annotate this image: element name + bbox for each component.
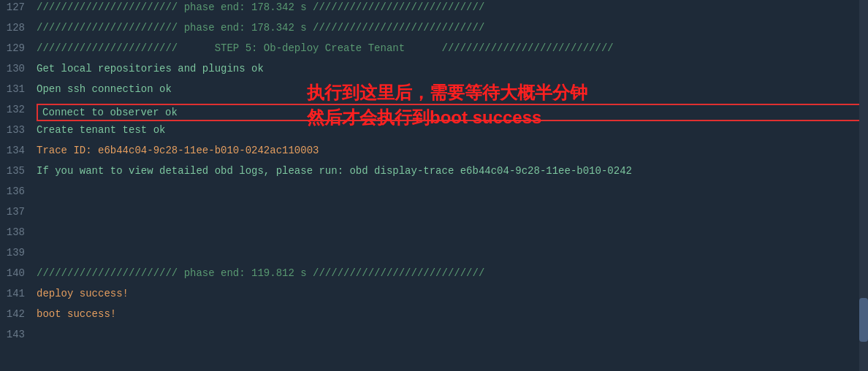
- line-content: /////////////////////// STEP 5: Ob-deplo…: [37, 42, 868, 54]
- line-content: [37, 226, 868, 238]
- line-row: 136: [0, 184, 868, 204]
- line-row: 129 /////////////////////// STEP 5: Ob-d…: [0, 41, 868, 61]
- line-row: 141 deploy success!: [0, 286, 868, 307]
- line-number: 131: [0, 83, 37, 95]
- line-content: deploy success!: [37, 288, 868, 299]
- line-content: Trace ID: e6b44c04-9c28-11ee-b010-0242ac…: [37, 145, 868, 156]
- line-number: 139: [0, 247, 37, 259]
- line-content: Get local repositories and plugins ok: [37, 63, 868, 74]
- line-row: 137: [0, 204, 868, 225]
- line-content: Open ssh connection ok: [37, 83, 868, 95]
- line-content: If you want to view detailed obd logs, p…: [37, 165, 868, 177]
- line-content: [37, 186, 868, 197]
- line-row: 130 Get local repositories and plugins o…: [0, 61, 868, 82]
- line-number: 143: [0, 329, 37, 340]
- line-number: 140: [0, 267, 37, 279]
- line-content: /////////////////////// phase end: 178.3…: [37, 22, 868, 34]
- line-row: 133 Create tenant test ok: [0, 123, 868, 143]
- line-number: 135: [0, 165, 37, 177]
- line-number: 128: [0, 22, 37, 34]
- line-number: 134: [0, 145, 37, 156]
- terminal-window: 127 /////////////////////// phase end: 1…: [0, 0, 868, 371]
- connect-to-observer-line: Connect to observer ok: [37, 104, 868, 121]
- line-content: [37, 206, 868, 218]
- line-132-row: 132 Connect to observer ok: [0, 102, 868, 123]
- line-row: 140 /////////////////////// phase end: 1…: [0, 266, 868, 286]
- line-number: 130: [0, 63, 37, 74]
- line-row: 134 Trace ID: e6b44c04-9c28-11ee-b010-02…: [0, 143, 868, 164]
- line-number: 129: [0, 42, 37, 54]
- line-row: 139: [0, 245, 868, 266]
- line-content: /////////////////////// phase end: 178.3…: [37, 1, 868, 13]
- line-content: Create tenant test ok: [37, 124, 868, 136]
- line-number: 138: [0, 226, 37, 238]
- line-number: 133: [0, 124, 37, 136]
- line-row: 142 boot success!: [0, 307, 868, 327]
- line-number: 141: [0, 288, 37, 299]
- line-row: 127 /////////////////////// phase end: 1…: [0, 0, 868, 20]
- line-content: [37, 247, 868, 259]
- line-row: 128 /////////////////////// phase end: 1…: [0, 20, 868, 41]
- scrollbar-track[interactable]: [859, 0, 868, 371]
- line-number: 137: [0, 206, 37, 218]
- line-number: 136: [0, 186, 37, 197]
- line-row: 138: [0, 225, 868, 245]
- line-row: 135 If you want to view detailed obd log…: [0, 164, 868, 184]
- line-content: [37, 329, 868, 340]
- scrollbar-thumb[interactable]: [859, 298, 868, 342]
- line-number: 142: [0, 308, 37, 320]
- line-content: /////////////////////// phase end: 119.8…: [37, 267, 868, 279]
- line-row: 131 Open ssh connection ok: [0, 82, 868, 102]
- line-number: 127: [0, 1, 37, 13]
- line-content: boot success!: [37, 308, 868, 320]
- line-row: 143: [0, 327, 868, 348]
- line-number: 132: [0, 104, 37, 115]
